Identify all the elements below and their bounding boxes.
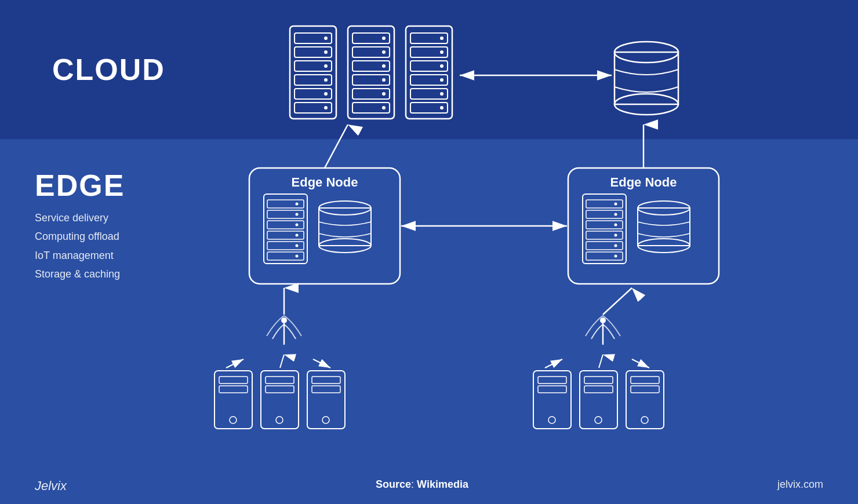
cloud-server-2	[348, 26, 394, 119]
svg-point-13	[324, 64, 328, 68]
iot-device-left-1	[214, 371, 252, 429]
svg-rect-64	[586, 210, 623, 218]
iot-device-left-2	[261, 371, 299, 429]
footer-brand: Jelvix	[35, 479, 67, 494]
svg-rect-103	[631, 377, 659, 384]
svg-rect-82	[219, 386, 248, 393]
svg-point-16	[324, 106, 328, 109]
svg-rect-66	[586, 231, 623, 239]
edge-node-1-server	[264, 194, 307, 264]
svg-point-69	[615, 203, 617, 206]
svg-point-39	[440, 64, 443, 68]
svg-rect-51	[267, 242, 304, 250]
svg-rect-99	[584, 377, 613, 384]
iot-device-right-2	[580, 371, 617, 429]
edge-node-1-label: Edge Node	[292, 175, 358, 189]
edge-node-2-server	[583, 194, 626, 264]
cloud-server-3	[406, 26, 452, 119]
svg-point-42	[440, 106, 443, 109]
svg-rect-88	[307, 371, 345, 429]
svg-rect-84	[261, 371, 299, 429]
svg-point-101	[595, 417, 602, 423]
svg-point-40	[440, 78, 443, 82]
svg-rect-65	[586, 221, 623, 229]
svg-point-71	[615, 224, 617, 227]
svg-rect-48	[267, 210, 304, 218]
svg-rect-81	[219, 377, 248, 384]
svg-point-74	[615, 255, 617, 258]
svg-point-53	[296, 203, 299, 206]
svg-point-38	[440, 50, 443, 54]
edge-node-2-db	[638, 201, 690, 253]
edge-node1-to-cloud-arrow	[325, 125, 348, 168]
svg-point-92	[600, 317, 606, 323]
svg-rect-30	[406, 26, 452, 119]
footer-url: jelvix.com	[777, 479, 823, 494]
iot-device-right-1	[533, 371, 571, 429]
iot-right-3-arrow	[632, 359, 649, 368]
svg-point-15	[324, 92, 328, 96]
iot-right-to-edge-arrow	[603, 288, 632, 315]
svg-rect-17	[348, 26, 394, 119]
svg-point-54	[296, 213, 299, 216]
svg-point-37	[440, 36, 443, 40]
footer-source-value: Wikimedia	[417, 479, 468, 490]
iot-device-right-3	[626, 371, 664, 429]
footer-source-prefix: Source	[376, 479, 411, 490]
edge-node-2-label: Edge Node	[610, 175, 677, 189]
svg-rect-85	[266, 377, 294, 384]
svg-rect-104	[631, 386, 659, 393]
iot-right-1-arrow	[545, 359, 562, 368]
svg-point-26	[382, 64, 386, 68]
diagram-container: CLOUD EDGE Service delivery Computing of…	[0, 0, 858, 504]
svg-point-87	[276, 417, 283, 423]
footer: Jelvix Source: Wikimedia jelvix.com	[0, 479, 858, 494]
iot-left-2-arrow	[280, 355, 284, 368]
svg-point-72	[615, 234, 617, 237]
iot-device-left-3	[307, 371, 345, 429]
svg-point-14	[324, 78, 328, 82]
iot-antenna-left	[267, 316, 301, 345]
cloud-database	[615, 42, 678, 115]
svg-point-70	[615, 213, 617, 216]
iot-left-1-arrow	[226, 359, 243, 368]
svg-rect-49	[267, 221, 304, 229]
svg-rect-86	[266, 386, 294, 393]
svg-point-91	[322, 417, 329, 423]
svg-point-28	[382, 92, 386, 96]
svg-rect-76	[638, 208, 690, 246]
svg-point-83	[230, 417, 237, 423]
svg-point-24	[382, 36, 386, 40]
svg-point-55	[296, 224, 299, 227]
svg-point-105	[641, 417, 648, 423]
svg-rect-98	[580, 371, 617, 429]
svg-point-78	[281, 317, 287, 323]
svg-rect-63	[586, 200, 623, 208]
svg-rect-90	[312, 386, 340, 393]
svg-rect-60	[319, 208, 371, 246]
svg-point-57	[296, 244, 299, 247]
footer-source: Source: Wikimedia	[376, 479, 468, 494]
svg-rect-52	[267, 252, 304, 260]
svg-rect-94	[533, 371, 571, 429]
svg-rect-96	[538, 386, 566, 393]
edge-node-1-db	[319, 201, 371, 253]
iot-left-3-arrow	[313, 359, 330, 368]
svg-rect-100	[584, 386, 613, 393]
svg-rect-67	[586, 242, 623, 250]
svg-point-11	[324, 36, 328, 40]
cloud-server-1	[290, 26, 336, 119]
svg-point-27	[382, 78, 386, 82]
svg-point-25	[382, 50, 386, 54]
svg-point-58	[296, 255, 299, 258]
svg-rect-4	[290, 26, 336, 119]
iot-antenna-right	[586, 316, 620, 345]
svg-point-97	[548, 417, 555, 423]
svg-point-73	[615, 244, 617, 247]
svg-rect-95	[538, 377, 566, 384]
diagram-svg: Edge Node Edge Node	[0, 0, 858, 504]
svg-point-41	[440, 92, 443, 96]
svg-rect-102	[626, 371, 664, 429]
svg-rect-80	[214, 371, 252, 429]
svg-rect-68	[586, 252, 623, 260]
